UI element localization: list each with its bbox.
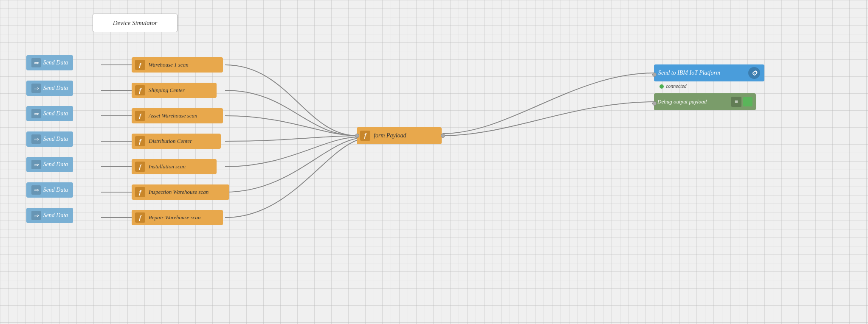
f-icon-1: f (135, 60, 145, 70)
node-send-data-5[interactable]: ⇒ Send Data (26, 157, 73, 172)
node-repair-warehouse[interactable]: f Repair Warehouse scan (132, 210, 223, 225)
connected-dot (659, 84, 664, 89)
gear-icon: ⚙ (748, 67, 760, 79)
shipping-label: Shipping Center (149, 87, 185, 94)
arrow-icon-4: ⇒ (31, 134, 41, 144)
form-payload-label: form Payload (374, 132, 406, 139)
debug-label: Debug output payload (657, 98, 707, 105)
f-icon-form: f (360, 131, 370, 141)
arrow-icon-6: ⇒ (31, 185, 41, 195)
node-send-data-6[interactable]: ⇒ Send Data (26, 182, 73, 198)
f-icon-6: f (135, 187, 145, 197)
inspection-label: Inspection Warehouse scan (149, 189, 209, 196)
f-icon-2: f (135, 85, 145, 95)
node-device-simulator[interactable]: Device Simulator (93, 14, 178, 32)
connected-label: connected (666, 83, 687, 89)
node-send-data-4[interactable]: ⇒ Send Data (26, 131, 73, 147)
send-data-label-3: Send Data (43, 110, 68, 117)
arrow-icon-3: ⇒ (31, 109, 41, 118)
arrow-icon-5: ⇒ (31, 160, 41, 169)
asset-warehouse-label: Asset Warehouse scan (149, 112, 197, 119)
ibm-iot-label: Send to IBM IoT Platform (658, 70, 720, 76)
node-send-data-3[interactable]: ⇒ Send Data (26, 106, 73, 121)
node-shipping-center[interactable]: f Shipping Center (132, 83, 217, 98)
port-ibm-iot-in (652, 73, 657, 77)
distribution-label: Distribution Center (149, 138, 192, 145)
connected-status: connected (659, 83, 687, 89)
arrow-icon-2: ⇒ (31, 84, 41, 93)
node-warehouse1-scan[interactable]: f Warehouse 1 scan (132, 57, 223, 73)
port-form-payload-in (355, 134, 359, 138)
f-icon-7: f (135, 212, 145, 223)
debug-green-square (743, 97, 752, 106)
node-installation-scan[interactable]: f Installation scan (132, 159, 217, 174)
node-send-data-1[interactable]: ⇒ Send Data (26, 55, 73, 70)
arrow-icon-7: ⇒ (31, 211, 41, 220)
send-data-label-4: Send Data (43, 136, 68, 142)
node-asset-warehouse[interactable]: f Asset Warehouse scan (132, 108, 223, 123)
f-icon-5: f (135, 162, 145, 172)
arrow-icon-1: ⇒ (31, 58, 41, 67)
send-data-label-7: Send Data (43, 212, 68, 219)
f-icon-4: f (135, 136, 145, 146)
send-data-label-6: Send Data (43, 187, 68, 193)
connections-svg (0, 0, 868, 324)
send-data-label-1: Send Data (43, 59, 68, 66)
warehouse1-label: Warehouse 1 scan (149, 61, 189, 68)
port-form-payload-out (441, 134, 445, 138)
node-distribution-center[interactable]: f Distribution Center (132, 134, 221, 149)
installation-label: Installation scan (149, 163, 186, 170)
list-icon: ≡ (731, 97, 741, 107)
node-debug[interactable]: Debug output payload ≡ (654, 93, 756, 110)
repair-label: Repair Warehouse scan (149, 214, 201, 221)
flow-canvas[interactable]: Device Simulator ⇒ Send Data f Warehouse… (0, 0, 868, 324)
node-form-payload[interactable]: f form Payload (357, 127, 442, 144)
node-inspection-warehouse[interactable]: f Inspection Warehouse scan (132, 184, 229, 200)
send-data-label-5: Send Data (43, 161, 68, 168)
node-send-data-7[interactable]: ⇒ Send Data (26, 208, 73, 223)
port-debug-in (652, 101, 657, 106)
f-icon-3: f (135, 111, 145, 121)
send-data-label-2: Send Data (43, 85, 68, 92)
node-ibm-iot[interactable]: Send to IBM IoT Platform ⚙ (654, 64, 764, 81)
device-simulator-label: Device Simulator (113, 20, 158, 27)
node-send-data-2[interactable]: ⇒ Send Data (26, 81, 73, 96)
